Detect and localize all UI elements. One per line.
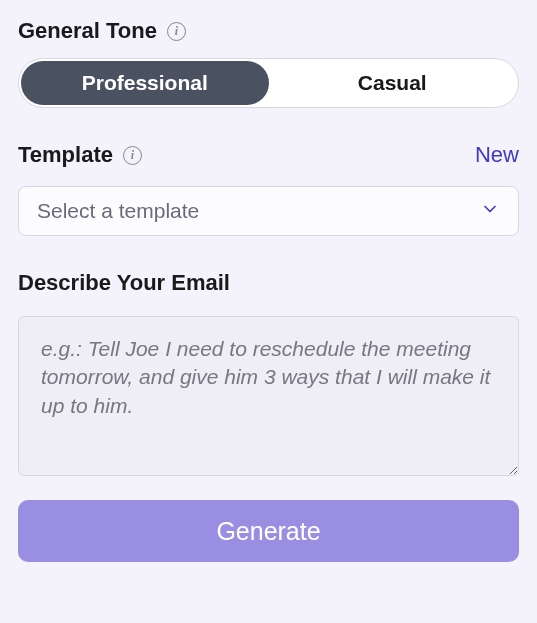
info-icon[interactable]: i: [123, 146, 142, 165]
describe-label-text: Describe Your Email: [18, 270, 230, 296]
generate-button[interactable]: Generate: [18, 500, 519, 562]
tone-option-professional[interactable]: Professional: [21, 61, 269, 105]
tone-option-label: Casual: [358, 71, 427, 95]
tone-label-text: General Tone: [18, 18, 157, 44]
tone-toggle[interactable]: Professional Casual: [18, 58, 519, 108]
info-icon[interactable]: i: [167, 22, 186, 41]
tone-option-casual[interactable]: Casual: [269, 61, 517, 105]
template-label: Template i: [18, 142, 142, 168]
template-select-placeholder: Select a template: [37, 199, 199, 223]
chevron-down-icon: [480, 199, 500, 223]
new-template-link[interactable]: New: [475, 142, 519, 168]
template-label-text: Template: [18, 142, 113, 168]
tone-option-label: Professional: [82, 71, 208, 95]
describe-textarea[interactable]: [18, 316, 519, 476]
template-select[interactable]: Select a template: [18, 186, 519, 236]
describe-label: Describe Your Email: [18, 270, 519, 296]
tone-label: General Tone i: [18, 18, 519, 44]
template-row: Template i New: [18, 142, 519, 168]
